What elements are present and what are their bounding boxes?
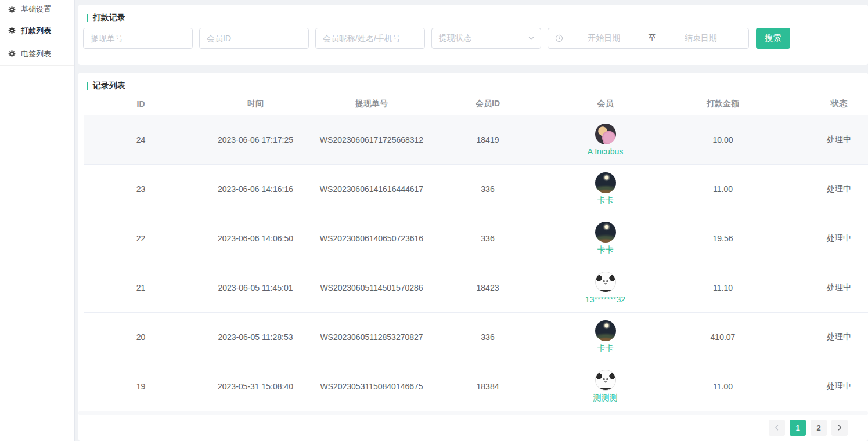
member-name-link[interactable]: 13*******32 — [546, 295, 665, 304]
section-accent-bar — [87, 82, 88, 90]
chevron-right-icon — [837, 425, 842, 431]
column-header-amount: 打款金额 — [665, 93, 781, 115]
clock-icon — [555, 34, 563, 42]
search-button[interactable]: 搜索 — [756, 28, 790, 49]
cell-id: 20 — [84, 312, 197, 362]
sidebar-item-payment-list[interactable]: 打款列表 — [0, 19, 74, 42]
cell-amount: 19.56 — [665, 214, 781, 263]
cell-status: 处理中 — [781, 164, 868, 214]
cell-order-no: WS20230606141616444617 — [314, 164, 430, 214]
table-row: 202023-06-05 11:28:53WS20230605112853270… — [84, 312, 868, 362]
search-panel-title: 打款记录 — [78, 5, 868, 23]
table-row: 222023-06-06 14:06:50WS20230606140650723… — [84, 214, 868, 263]
cell-member: 卡卡 — [546, 214, 665, 263]
pagination-page-2-button[interactable]: 2 — [811, 420, 827, 436]
sidebar-item-label: 基础设置 — [21, 4, 51, 15]
withdraw-status-select[interactable]: 提现状态 — [431, 28, 541, 49]
search-panel: 打款记录 提现状态 开始日期 至 结束日期 搜索 — [78, 5, 868, 65]
column-header-member: 会员 — [546, 93, 665, 115]
member-avatar — [595, 272, 616, 292]
member-avatar — [595, 172, 616, 193]
chevron-left-icon — [774, 425, 780, 431]
search-form: 提现状态 开始日期 至 结束日期 搜索 — [83, 28, 790, 49]
cell-member-id: 18419 — [430, 115, 546, 164]
cell-status: 处理中 — [781, 214, 868, 263]
sidebar: 基础设置 打款列表 电签列表 — [0, 0, 75, 441]
cell-time: 2023-06-06 17:17:25 — [197, 115, 314, 164]
start-date-placeholder[interactable]: 开始日期 — [563, 33, 645, 44]
section-accent-bar — [87, 14, 88, 22]
pagination-page-1-button[interactable]: 1 — [790, 420, 806, 436]
cell-member: A Incubus — [546, 115, 665, 164]
pagination-prev-button[interactable] — [769, 420, 785, 436]
cell-member-id: 18423 — [430, 263, 546, 312]
cell-status: 处理中 — [781, 362, 868, 411]
table-row: 212023-06-05 11:45:01WS20230605114501570… — [84, 263, 868, 312]
cell-status: 处理中 — [781, 115, 868, 164]
withdraw-no-input[interactable] — [83, 28, 193, 49]
select-placeholder: 提现状态 — [439, 33, 471, 44]
member-name-link[interactable]: 卡卡 — [546, 196, 665, 206]
pagination: 1 2 — [769, 420, 848, 436]
cell-order-no: WS20230531150840146675 — [314, 362, 430, 411]
table-row: 232023-06-06 14:16:16WS20230606141616444… — [84, 164, 868, 214]
cell-member: 卡卡 — [546, 312, 665, 362]
cell-id: 19 — [84, 362, 197, 411]
gear-icon — [8, 27, 16, 34]
cell-order-no: WS20230606140650723616 — [314, 214, 430, 263]
cell-member-id: 336 — [430, 164, 546, 214]
cell-amount: 11.00 — [665, 362, 781, 411]
end-date-placeholder[interactable]: 结束日期 — [660, 33, 742, 44]
cell-member: 13*******32 — [546, 263, 665, 312]
cell-order-no: WS20230606171725668312 — [314, 115, 430, 164]
cell-member-id: 336 — [430, 312, 546, 362]
member-id-input[interactable] — [199, 28, 309, 49]
cell-id: 22 — [84, 214, 197, 263]
column-header-time: 时间 — [197, 93, 314, 115]
cell-amount: 11.00 — [665, 164, 781, 214]
cell-id: 23 — [84, 164, 197, 214]
sidebar-item-label: 打款列表 — [21, 26, 51, 36]
cell-status: 处理中 — [781, 312, 868, 362]
member-name-link[interactable]: 卡卡 — [546, 245, 665, 255]
cell-member: 卡卡 — [546, 164, 665, 214]
pagination-next-button[interactable] — [831, 420, 848, 436]
cell-id: 24 — [84, 115, 197, 164]
cell-amount: 10.00 — [665, 115, 781, 164]
cell-time: 2023-06-06 14:16:16 — [197, 164, 314, 214]
chevron-down-icon — [528, 35, 535, 42]
table-row: 192023-05-31 15:08:40WS20230531150840146… — [84, 362, 868, 411]
member-name-link[interactable]: 卡卡 — [546, 344, 665, 354]
member-avatar — [595, 370, 616, 391]
records-table: ID 时间 提现单号 会员ID 会员 打款金额 状态 242023-06-06 … — [78, 93, 868, 411]
records-panel: 记录列表 ID 时间 提现单号 会员ID 会员 打款金额 状态 242023-0… — [78, 73, 868, 441]
member-name-phone-input[interactable] — [315, 28, 425, 49]
member-avatar — [595, 222, 616, 243]
column-header-order-no: 提现单号 — [314, 93, 430, 115]
cell-amount: 11.10 — [665, 263, 781, 312]
gear-icon — [8, 6, 16, 13]
sidebar-item-basic-settings[interactable]: 基础设置 — [0, 0, 74, 19]
member-name-link[interactable]: A Incubus — [546, 147, 665, 156]
column-header-member-id: 会员ID — [430, 93, 546, 115]
table-row: 242023-06-06 17:17:25WS20230606171725668… — [84, 115, 868, 164]
cell-time: 2023-06-05 11:45:01 — [197, 263, 314, 312]
cell-order-no: WS20230605114501570286 — [314, 263, 430, 312]
column-header-status: 状态 — [781, 93, 868, 115]
member-name-link[interactable]: 测测测 — [546, 393, 665, 403]
horizontal-scrollbar[interactable] — [78, 411, 868, 415]
section-title-text: 记录列表 — [93, 81, 125, 91]
cell-time: 2023-06-05 11:28:53 — [197, 312, 314, 362]
section-title-text: 打款记录 — [93, 13, 125, 23]
cell-member: 测测测 — [546, 362, 665, 411]
cell-member-id: 18384 — [430, 362, 546, 411]
cell-time: 2023-06-06 14:06:50 — [197, 214, 314, 263]
column-header-id: ID — [84, 93, 197, 115]
cell-order-no: WS20230605112853270827 — [314, 312, 430, 362]
sidebar-item-esign-list[interactable]: 电签列表 — [0, 42, 74, 66]
cell-time: 2023-05-31 15:08:40 — [197, 362, 314, 411]
date-range-separator: 至 — [645, 33, 660, 44]
date-range-picker[interactable]: 开始日期 至 结束日期 — [548, 28, 749, 49]
member-avatar — [595, 124, 616, 144]
sidebar-item-label: 电签列表 — [21, 49, 51, 59]
